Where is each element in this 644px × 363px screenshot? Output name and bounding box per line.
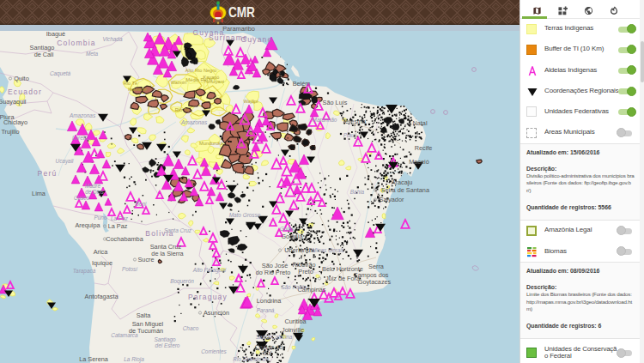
svg-text:Rio Grande do: Rio Grande do <box>233 356 269 362</box>
svg-text:Amazonas: Amazonas <box>69 112 96 118</box>
svg-text:Iwasanié: Iwasanié <box>128 87 147 92</box>
svg-text:Puno: Puno <box>94 215 107 221</box>
svg-text:Santa Catarina: Santa Catarina <box>256 334 293 340</box>
svg-text:Sucre: Sucre <box>137 256 154 263</box>
svg-text:Minas Gerais: Minas Gerais <box>312 247 344 253</box>
svg-text:Teresina: Teresina <box>342 118 367 125</box>
svg-text:Amazonas: Amazonas <box>180 119 208 125</box>
svg-text:Wajãpi: Wajãpi <box>244 99 258 104</box>
svg-text:Beni: Beni <box>136 201 147 207</box>
svg-text:Corrientes: Corrientes <box>201 348 227 354</box>
svg-text:Salta: Salta <box>137 312 152 319</box>
svg-text:de Cali: de Cali <box>34 51 54 58</box>
svg-text:Goytacazes: Goytacazes <box>358 278 392 286</box>
svg-text:Waimiri: Waimiri <box>171 80 186 85</box>
svg-text:Quito: Quito <box>14 75 28 82</box>
svg-text:Vichada: Vichada <box>103 36 123 42</box>
svg-text:Serra: Serra <box>368 263 385 270</box>
svg-text:Preto: Preto <box>298 268 313 275</box>
svg-text:Piauí: Piauí <box>343 132 357 138</box>
svg-text:Chaco: Chaco <box>183 325 199 331</box>
svg-text:La Paz: La Paz <box>108 222 128 230</box>
svg-text:Boquerón: Boquerón <box>170 278 194 285</box>
svg-text:Curitiba: Curitiba <box>284 318 307 325</box>
svg-text:Bahia: Bahia <box>350 189 365 195</box>
svg-text:Arequipa: Arequipa <box>75 221 100 229</box>
svg-text:Madre: Madre <box>85 183 101 189</box>
svg-text:Tarapacá: Tarapacá <box>73 268 96 275</box>
svg-text:Catamarca: Catamarca <box>111 332 138 338</box>
svg-text:Rio Té: Rio Té <box>124 81 137 86</box>
svg-text:La Paz: La Paz <box>111 215 129 221</box>
svg-text:Uberlândia: Uberlândia <box>284 246 315 254</box>
svg-text:Mato Grosso: Mato Grosso <box>229 212 261 218</box>
svg-text:Goiás: Goiás <box>280 226 295 232</box>
svg-text:Recife: Recife <box>415 144 433 152</box>
svg-text:Paraná: Paraná <box>257 307 275 313</box>
svg-text:Goiânia: Goiânia <box>281 233 303 240</box>
svg-text:Tunulyani: Tunulyani <box>204 79 224 84</box>
svg-text:Joinville: Joinville <box>282 326 304 334</box>
svg-text:La Serena: La Serena <box>79 355 109 363</box>
svg-text:Iquique: Iquique <box>92 259 112 267</box>
svg-text:de la Sierra: de la Sierra <box>151 250 184 257</box>
svg-text:Potosí: Potosí <box>122 266 138 272</box>
svg-text:Perú: Perú <box>38 169 58 178</box>
svg-text:Maranhão: Maranhão <box>313 117 337 123</box>
svg-text:São Paulo: São Paulo <box>281 284 307 290</box>
svg-text:Natal: Natal <box>412 119 427 127</box>
svg-text:Guayaquil: Guayaquil <box>0 98 27 106</box>
svg-text:Santa Cruz: Santa Cruz <box>164 227 192 233</box>
svg-text:Ecuador: Ecuador <box>8 88 42 96</box>
svg-text:Loreto: Loreto <box>72 135 88 141</box>
svg-text:Aracaju: Aracaju <box>392 178 413 186</box>
svg-text:Alto Rio Negro: Alto Rio Negro <box>185 68 216 73</box>
svg-text:de Dios: de Dios <box>85 189 104 195</box>
svg-text:Trujillo: Trujillo <box>1 128 19 136</box>
svg-text:Arica: Arica <box>94 248 109 256</box>
svg-text:Salvador: Salvador <box>380 196 404 203</box>
svg-text:do Rio Preto: do Rio Preto <box>256 269 291 276</box>
svg-text:Maceió: Maceió <box>409 158 429 166</box>
svg-text:La Rioja: La Rioja <box>124 356 144 363</box>
svg-text:Guyane: Guyane <box>241 35 273 44</box>
svg-text:Meta: Meta <box>86 51 99 57</box>
svg-text:Ucayali: Ucayali <box>56 158 75 165</box>
svg-text:Londrina: Londrina <box>257 297 282 305</box>
svg-text:Feira de Santana: Feira de Santana <box>381 186 430 194</box>
svg-text:Ibagué: Ibagué <box>46 30 65 38</box>
svg-text:Alto Paraguai: Alto Paraguai <box>192 267 227 274</box>
svg-text:Cusco: Cusco <box>74 195 90 201</box>
svg-text:Lima: Lima <box>32 190 46 197</box>
svg-text:Caquetá: Caquetá <box>50 70 71 77</box>
svg-text:Paramaribo: Paramaribo <box>222 25 255 33</box>
svg-text:del Estero: del Estero <box>155 342 180 348</box>
svg-text:Mundurukâ: Mundurukâ <box>199 141 224 146</box>
svg-text:Asunción: Asunción <box>204 309 229 317</box>
svg-text:Rio Tê: Rio Tê <box>175 107 189 112</box>
svg-text:Chiclayo: Chiclayo <box>3 118 27 126</box>
svg-text:Paraguay: Paraguay <box>188 293 228 301</box>
svg-text:Colombia: Colombia <box>57 39 96 47</box>
svg-text:Belém: Belém <box>293 80 311 88</box>
svg-text:Cochabamba: Cochabamba <box>106 235 143 243</box>
svg-text:Antofagasta: Antofagasta <box>85 293 119 300</box>
svg-text:São Luís: São Luís <box>323 99 348 106</box>
svg-text:CMR: CMR <box>228 5 255 20</box>
